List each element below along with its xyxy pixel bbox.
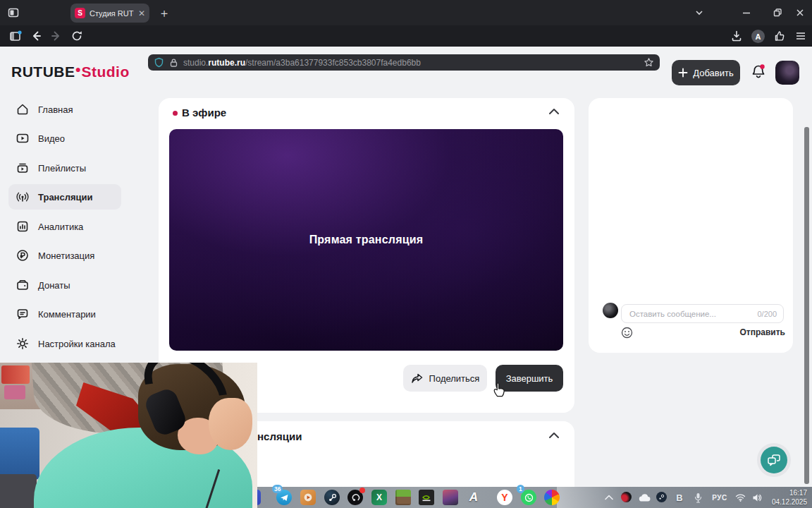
new-tab-button[interactable]: ＋ bbox=[158, 6, 171, 19]
downloads-icon[interactable] bbox=[730, 30, 743, 42]
telegram-icon[interactable]: 36 bbox=[276, 490, 292, 505]
a-app-icon[interactable]: A bbox=[466, 490, 481, 505]
stream-preview[interactable]: Прямая трансляция bbox=[169, 129, 563, 351]
tray-expand-chevron-icon[interactable] bbox=[603, 492, 615, 503]
playlists-icon bbox=[16, 161, 30, 175]
sidebar-item-kommentarii[interactable]: Комментарии bbox=[0, 301, 159, 327]
details-section-title-fragment: нсляции bbox=[257, 430, 302, 442]
close-button[interactable] bbox=[795, 8, 805, 18]
minecraft-icon[interactable] bbox=[395, 490, 411, 505]
rutube-studio-logo[interactable]: RUTUBE●Studio bbox=[11, 64, 130, 80]
sidebar-item-donaty[interactable]: Донаты bbox=[0, 272, 159, 298]
page-scrollbar[interactable] bbox=[804, 127, 809, 484]
tab-panel-icon[interactable] bbox=[7, 6, 20, 19]
restore-button[interactable] bbox=[773, 8, 782, 18]
details-collapse-chevron-icon[interactable] bbox=[548, 432, 560, 439]
minimize-button[interactable] bbox=[742, 8, 751, 18]
webcam-blue-bin bbox=[0, 428, 39, 480]
whatsapp-icon[interactable]: 1 bbox=[521, 490, 536, 505]
a-letter: A bbox=[469, 490, 478, 504]
chat-input-wrap[interactable]: 0/200 bbox=[621, 304, 784, 323]
battlenet-tray-icon[interactable]: B bbox=[675, 492, 684, 503]
yandex-browser-icon[interactable]: Y bbox=[497, 490, 512, 505]
sidebar-item-glavnaya[interactable]: Главная bbox=[0, 97, 159, 122]
profile-avatar-icon[interactable]: A bbox=[751, 30, 765, 43]
chat-message-input[interactable] bbox=[628, 309, 753, 319]
sidebar-toggle-icon[interactable] bbox=[8, 29, 23, 43]
obs-icon[interactable] bbox=[347, 490, 363, 505]
photo-app-icon[interactable] bbox=[443, 490, 458, 505]
logo-accent-text: Studio bbox=[81, 64, 129, 80]
share-button[interactable]: Поделиться bbox=[403, 365, 487, 392]
sidebar-item-video[interactable]: Видео bbox=[0, 126, 159, 151]
sidebar-item-label: Настройки канала bbox=[38, 339, 116, 349]
microphone-tray-icon[interactable] bbox=[693, 492, 703, 503]
forward-icon[interactable] bbox=[50, 30, 63, 42]
plus-icon bbox=[678, 68, 688, 78]
chat-char-counter: 0/200 bbox=[757, 310, 777, 318]
back-icon[interactable] bbox=[30, 30, 42, 42]
chat-widget-icon bbox=[761, 447, 787, 473]
refresh-icon[interactable] bbox=[70, 30, 83, 42]
colors-app-icon[interactable] bbox=[544, 490, 560, 505]
cloud-tray-icon[interactable] bbox=[639, 492, 651, 503]
screen: S Студия RUTUBE ✕ ＋ bbox=[0, 0, 812, 508]
excel-icon[interactable]: X bbox=[371, 490, 387, 505]
browser-tab[interactable]: S Студия RUTUBE ✕ bbox=[70, 4, 149, 23]
sidebar-item-label: Комментарии bbox=[38, 309, 96, 320]
live-collapse-chevron-icon[interactable] bbox=[548, 108, 560, 115]
wifi-tray-icon[interactable] bbox=[734, 492, 746, 503]
like-icon[interactable] bbox=[773, 30, 786, 42]
stream-preview-label: Прямая трансляция bbox=[309, 234, 424, 246]
url-domain: rutube.ru bbox=[208, 58, 245, 68]
donations-icon bbox=[16, 278, 30, 292]
battlenet-letter: B bbox=[676, 492, 682, 503]
sidebar-item-label: Трансляции bbox=[38, 192, 93, 202]
sidebar-item-translyacii[interactable]: Трансляции bbox=[0, 184, 159, 210]
gear-icon bbox=[16, 337, 30, 351]
protect-shield-icon bbox=[154, 57, 164, 68]
sidebar-item-label: Аналитика bbox=[38, 222, 83, 232]
steam-icon[interactable] bbox=[324, 490, 340, 505]
logo-main-text: RUTUBE bbox=[11, 64, 75, 80]
url-bar[interactable]: studio.rutube.ru/stream/a3ba61377933fc85… bbox=[148, 54, 660, 71]
analytics-icon bbox=[16, 219, 30, 234]
home-icon bbox=[16, 102, 30, 116]
tab-close-icon[interactable]: ✕ bbox=[138, 8, 145, 18]
tray-app-icon[interactable] bbox=[621, 492, 632, 502]
url-prefix: studio. bbox=[183, 58, 208, 68]
menu-icon[interactable] bbox=[795, 30, 806, 42]
nvidia-icon[interactable] bbox=[419, 490, 434, 505]
user-avatar[interactable] bbox=[775, 61, 799, 85]
media-player-icon[interactable] bbox=[300, 490, 316, 505]
chat-send-button[interactable]: Отправить bbox=[733, 327, 785, 337]
video-icon bbox=[16, 131, 30, 145]
add-button-label: Добавить bbox=[693, 68, 733, 78]
share-button-label: Поделиться bbox=[429, 373, 480, 384]
live-dot-icon bbox=[173, 111, 178, 116]
sidebar-item-monetizaciya[interactable]: Монетизация bbox=[0, 243, 159, 268]
share-icon bbox=[411, 373, 423, 384]
support-chat-widget[interactable] bbox=[757, 443, 791, 477]
tab-list-chevron-icon[interactable] bbox=[694, 8, 704, 18]
finish-button-label: Завершить bbox=[506, 373, 553, 384]
smiley-icon[interactable] bbox=[621, 327, 633, 339]
notifications-bell-icon[interactable] bbox=[750, 64, 767, 82]
volume-tray-icon[interactable] bbox=[751, 492, 763, 503]
sidebar-item-playlisty[interactable]: Плейлисты bbox=[0, 155, 159, 181]
live-section-title: В эфире bbox=[182, 107, 226, 119]
taskbar-clock[interactable]: 16:17 04.12.2025 bbox=[772, 488, 807, 507]
broadcast-icon bbox=[16, 190, 30, 204]
tab-title: Студия RUTUBE bbox=[90, 9, 134, 18]
webcam-person-hand bbox=[209, 398, 252, 450]
mouse-cursor bbox=[492, 382, 508, 400]
bookmark-star-icon[interactable] bbox=[644, 57, 654, 68]
webcam-red-box bbox=[1, 365, 30, 384]
add-button[interactable]: Добавить bbox=[672, 60, 740, 85]
recording-dot bbox=[359, 488, 365, 493]
steam-tray-icon[interactable] bbox=[656, 492, 667, 502]
sidebar-item-label: Донаты bbox=[38, 280, 70, 291]
language-indicator[interactable]: РУС bbox=[710, 492, 730, 503]
sidebar-item-nastroyki-kanala[interactable]: Настройки канала bbox=[0, 331, 159, 356]
sidebar-item-analitika[interactable]: Аналитика bbox=[0, 214, 159, 239]
